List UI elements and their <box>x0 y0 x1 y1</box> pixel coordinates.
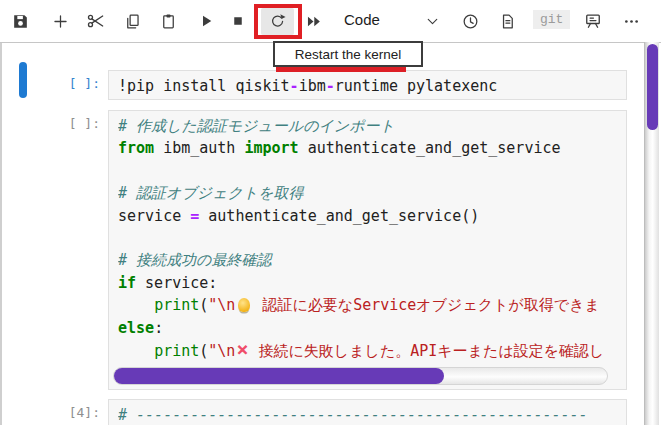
git-badge[interactable]: git <box>533 10 570 29</box>
add-cell-button[interactable] <box>46 7 74 35</box>
cell-input[interactable]: !pip install qiskit-ibm-runtime pylatexe… <box>108 70 627 100</box>
notebook-toolbar: Code git <box>0 0 661 43</box>
vertical-scrollbar-thumb[interactable] <box>647 44 658 130</box>
cell-input[interactable]: # 作成した認証モジュールのインポートfrom ibm_auth import … <box>108 110 627 390</box>
code-line: if service: <box>118 272 626 294</box>
cell-type-dropdown-arrow[interactable] <box>418 7 446 35</box>
code-line <box>118 227 626 249</box>
cell-type-selector[interactable]: Code <box>344 11 380 28</box>
tooltip-text: Restart the kernel <box>295 47 402 62</box>
presentation-button[interactable] <box>579 7 607 35</box>
annotation-rectangle <box>254 4 302 39</box>
code-line: service = authenticate_and_get_service() <box>118 205 626 227</box>
code-line: print("\n 認証に必要なServiceオブジェクトが取得できま <box>118 294 626 316</box>
code-line: print("\n 接続に失敗しました。APIキーまたは設定を確認し <box>118 339 626 362</box>
cell-prompt: [4]: <box>40 399 108 420</box>
emoji-x-icon <box>236 339 248 362</box>
annotation-underline <box>276 67 406 72</box>
interrupt-kernel-button[interactable] <box>224 7 252 35</box>
emoji-bulb-icon <box>238 298 250 312</box>
run-all-button[interactable] <box>299 7 327 35</box>
presentation-icon <box>583 11 603 31</box>
plus-icon <box>51 12 70 31</box>
horizontal-scrollbar[interactable] <box>113 367 608 385</box>
code-line: from ibm_auth import authenticate_and_ge… <box>118 137 626 159</box>
cells: [ ]:!pip install qiskit-ibm-runtime pyla… <box>40 42 630 425</box>
vertical-scrollbar[interactable] <box>644 42 659 425</box>
save-icon <box>11 12 30 31</box>
copy-button[interactable] <box>118 7 146 35</box>
cell-input[interactable]: # --------------------------------------… <box>108 399 627 425</box>
cell-row: [ ]:# 作成した認証モジュールのインポートfrom ibm_auth imp… <box>40 110 630 390</box>
scissors-icon <box>86 11 106 31</box>
cell-prompt: [ ]: <box>40 70 108 91</box>
cell-prompt: [ ]: <box>40 110 108 131</box>
clipboard-icon <box>159 12 178 31</box>
code-line: # 作成した認証モジュールのインポート <box>118 115 626 137</box>
active-cell-indicator <box>19 62 27 98</box>
document-icon <box>498 12 517 31</box>
export-notebook-button[interactable] <box>493 7 521 35</box>
run-cell-button[interactable] <box>192 7 220 35</box>
save-button[interactable] <box>6 7 34 35</box>
code-line: !pip install qiskit-ibm-runtime pylatexe… <box>118 75 626 97</box>
code-line: # --------------------------------------… <box>118 404 626 425</box>
code-line: else: <box>118 317 626 339</box>
clock-icon <box>461 12 480 31</box>
notebook-content: [ ]:!pip install qiskit-ibm-runtime pyla… <box>0 42 661 425</box>
fast-forward-icon <box>304 12 323 31</box>
stop-icon <box>229 12 247 30</box>
code-line: # 認証オブジェクトを取得 <box>118 182 626 204</box>
cut-button[interactable] <box>82 7 110 35</box>
horizontal-scrollbar-thumb[interactable] <box>114 368 444 384</box>
play-icon <box>197 12 215 30</box>
chevron-down-icon <box>424 13 441 30</box>
code-line: # 接続成功の最終確認 <box>118 249 626 271</box>
copy-icon <box>123 12 142 31</box>
execution-time-button[interactable] <box>456 7 484 35</box>
restart-kernel-tooltip: Restart the kernel <box>273 41 423 67</box>
more-actions-button[interactable] <box>617 7 645 35</box>
notebook-window: Code git <box>0 0 661 425</box>
code-line <box>118 160 626 182</box>
ellipsis-icon <box>622 12 641 31</box>
cell-row: [ ]:!pip install qiskit-ibm-runtime pyla… <box>40 70 630 100</box>
paste-button[interactable] <box>154 7 182 35</box>
cell-row: [4]:# ----------------------------------… <box>40 399 630 425</box>
